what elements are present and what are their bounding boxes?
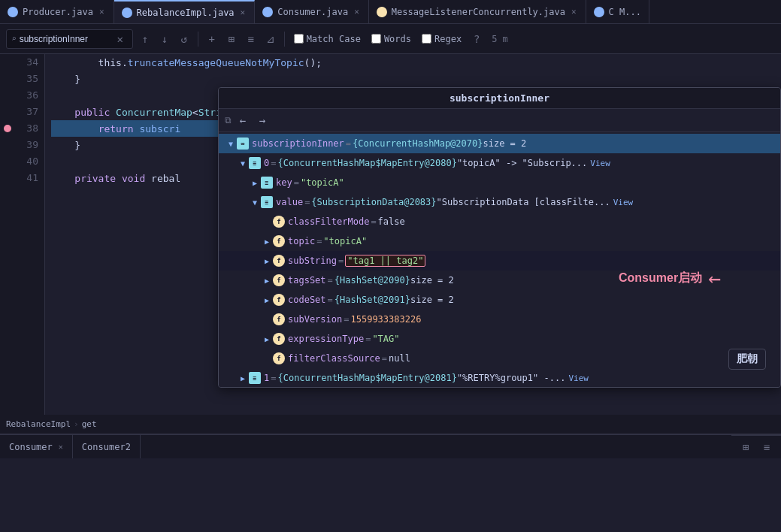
tooltip-title: subscriptionInner bbox=[219, 88, 780, 109]
tree-arrow-tagsset[interactable] bbox=[261, 274, 273, 286]
match-case-checkbox[interactable] bbox=[294, 34, 304, 44]
line-numbers: 34 35 36 37 38 39 40 41 bbox=[15, 54, 45, 415]
tab-producer[interactable]: Producer.java ✕ bbox=[0, 0, 114, 23]
line-num-35: 35 bbox=[21, 71, 38, 87]
search-divider-2 bbox=[284, 32, 285, 47]
breadcrumb-method[interactable]: get bbox=[82, 419, 97, 429]
copy-icon[interactable]: ⧉ bbox=[225, 115, 232, 125]
tree-arrow-topic[interactable] bbox=[261, 235, 273, 247]
tree-arrow-entry-0[interactable] bbox=[237, 157, 249, 169]
nav-forward-button[interactable]: → bbox=[254, 112, 271, 128]
search-refresh-button[interactable]: ↺ bbox=[177, 32, 192, 47]
tree-key-cfm: classFilterMode bbox=[288, 216, 369, 227]
list-icon[interactable]: ≡ bbox=[758, 439, 775, 455]
tree-suffix-entry-0: "topicA" -> "Subscrip... bbox=[457, 158, 587, 168]
search-help-button[interactable]: ? bbox=[469, 32, 484, 47]
tree-val-entry-0: {ConcurrentHashMap$MapEntry@2080} bbox=[277, 158, 456, 168]
debug-tooltip: subscriptionInner ⧉ ← → ∞ subscriptionIn… bbox=[218, 87, 781, 388]
tree-link-entry-1[interactable]: View bbox=[568, 373, 589, 383]
tree-arrow-entry-1[interactable] bbox=[237, 372, 249, 384]
tree-item-classfiltermode[interactable]: f classFilterMode = false bbox=[219, 212, 780, 231]
search-add-button[interactable]: + bbox=[204, 32, 219, 47]
tree-arrow-substr[interactable] bbox=[261, 255, 273, 267]
tab-messagelistener[interactable]: MessageListenerConcurrently.java ✕ bbox=[369, 0, 586, 23]
tree-item-entry-1[interactable]: ≡ 1 = {ConcurrentHashMap$MapEntry@2081} … bbox=[219, 368, 780, 388]
bottom-toolbar: ⊞ ≡ bbox=[731, 435, 781, 458]
tree-item-subscription-inner[interactable]: ∞ subscriptionInner = {ConcurrentHashMap… bbox=[219, 134, 780, 153]
tree-suffix-codeset: size = 2 bbox=[410, 295, 454, 305]
breakpoint-indicator bbox=[4, 125, 11, 132]
tree-item-codeset[interactable]: f codeSet = {HashSet@2091} size = 2 bbox=[219, 290, 780, 310]
words-checkbox[interactable] bbox=[371, 34, 381, 44]
tree-eq-0: = bbox=[346, 138, 351, 149]
tab-consumer[interactable]: Consumer.java ✕ bbox=[255, 0, 369, 23]
match-case-option[interactable]: Match Case bbox=[291, 32, 364, 46]
tab-icon-consumer bbox=[262, 7, 273, 17]
search-group-button[interactable]: ≡ bbox=[244, 32, 259, 47]
search-input-wrapper: ⌕ ✕ bbox=[6, 29, 133, 49]
nav-back-button[interactable]: ← bbox=[235, 112, 251, 128]
debug-tree: ∞ subscriptionInner = {ConcurrentHashMap… bbox=[219, 132, 780, 388]
tree-arrow-et[interactable] bbox=[261, 333, 273, 345]
tab-close-consumer[interactable]: ✕ bbox=[353, 5, 361, 18]
regex-checkbox[interactable] bbox=[422, 34, 431, 44]
grid-icon[interactable]: ⊞ bbox=[737, 439, 754, 455]
tree-item-topic[interactable]: f topic = "topicA" bbox=[219, 231, 780, 251]
code-line-35: } bbox=[51, 71, 492, 87]
search-filter-button[interactable]: ⊞ bbox=[224, 32, 239, 47]
tree-arrow-value[interactable] bbox=[249, 196, 261, 208]
line-num-40: 40 bbox=[21, 153, 38, 170]
tree-val-value: {SubscriptionData@2083} bbox=[311, 197, 436, 207]
search-icon: ⌕ bbox=[11, 34, 17, 44]
tree-item-subversion[interactable]: f subVersion = 1559933383226 bbox=[219, 310, 780, 329]
tree-suffix-tagsset: size = 2 bbox=[410, 275, 454, 286]
words-label: Words bbox=[384, 34, 411, 44]
tree-val-codeset: {HashSet@2091} bbox=[334, 295, 410, 305]
tab-icon-producer bbox=[8, 7, 18, 17]
search-divider-1 bbox=[198, 32, 198, 47]
map-icon-0: ∞ bbox=[237, 138, 249, 150]
field-icon-fcs: f bbox=[273, 352, 285, 364]
tree-item-value[interactable]: ≡ value = {SubscriptionData@2083} "Subsc… bbox=[219, 192, 780, 212]
search-prev-button[interactable]: ↑ bbox=[138, 32, 153, 47]
tree-val-tagsset: {HashSet@2090} bbox=[334, 275, 410, 286]
search-clear-button[interactable]: ✕ bbox=[113, 32, 128, 47]
words-option[interactable]: Words bbox=[368, 32, 414, 46]
tree-eq-substr: = bbox=[338, 255, 344, 266]
bottom-tab-close-consumer[interactable]: ✕ bbox=[59, 443, 63, 451]
bottom-tab-consumer[interactable]: Consumer ✕ bbox=[0, 435, 73, 458]
tree-arrow-0[interactable] bbox=[225, 138, 237, 150]
bottom-tab-label-consumer: Consumer bbox=[9, 442, 53, 452]
tree-arrow-codeset[interactable] bbox=[261, 294, 273, 306]
line-num-39: 39 bbox=[21, 137, 38, 153]
tree-val-fcs: null bbox=[389, 353, 410, 364]
tree-val-entry-1: {ConcurrentHashMap$MapEntry@2081} bbox=[277, 373, 456, 383]
gutter-line-38 bbox=[0, 120, 15, 137]
tab-close-producer[interactable]: ✕ bbox=[98, 5, 106, 18]
tree-item-filterclasssource[interactable]: f filterClassSource = null bbox=[219, 349, 780, 368]
tree-item-key[interactable]: ≡ key = "topicA" bbox=[219, 173, 780, 192]
tree-eq-sv: = bbox=[344, 314, 349, 325]
tree-eq-key: = bbox=[294, 177, 299, 188]
gutter-line-41 bbox=[0, 170, 15, 186]
search-funnel-button[interactable]: ⊿ bbox=[263, 32, 278, 47]
tab-more[interactable]: C M... bbox=[586, 0, 649, 23]
breadcrumb-class[interactable]: RebalanceImpl bbox=[6, 419, 71, 429]
tab-close-messagelistener[interactable]: ✕ bbox=[570, 5, 578, 18]
tab-label-messagelistener: MessageListenerConcurrently.java bbox=[392, 7, 565, 17]
search-next-button[interactable]: ↓ bbox=[157, 32, 172, 47]
tree-link-entry-0[interactable]: View bbox=[590, 159, 610, 168]
tab-close-rebalance[interactable]: ✕ bbox=[239, 6, 247, 19]
tree-item-expressiontype[interactable]: f expressionType = "TAG" bbox=[219, 329, 780, 349]
tree-arrow-key[interactable] bbox=[249, 177, 261, 189]
bottom-tab-consumer2[interactable]: Consumer2 bbox=[73, 435, 141, 458]
tree-link-value[interactable]: View bbox=[613, 198, 634, 207]
match-case-label: Match Case bbox=[307, 34, 361, 44]
tab-label-rebalance: RebalanceImpl.java bbox=[137, 8, 235, 18]
tree-item-entry-0[interactable]: ≡ 0 = {ConcurrentHashMap$MapEntry@2080} … bbox=[219, 153, 780, 173]
tab-rebalance[interactable]: RebalanceImpl.java ✕ bbox=[114, 0, 256, 23]
search-input[interactable] bbox=[20, 34, 110, 44]
annotation-container: Consumer启动 ← bbox=[619, 266, 721, 291]
tree-key-entry-0: 0 bbox=[264, 158, 269, 168]
regex-option[interactable]: Regex bbox=[419, 32, 465, 46]
